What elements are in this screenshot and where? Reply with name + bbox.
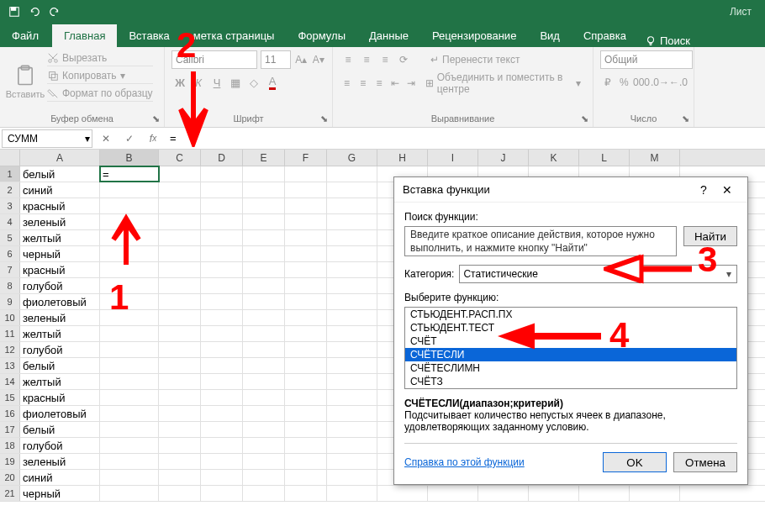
cell[interactable]: фиолетовый: [20, 294, 100, 309]
cell[interactable]: [327, 358, 377, 373]
cell[interactable]: [201, 374, 243, 389]
cell[interactable]: белый: [20, 422, 100, 437]
row-header[interactable]: 9: [0, 294, 20, 309]
cell[interactable]: [159, 166, 201, 182]
find-button[interactable]: Найти: [683, 226, 737, 246]
grow-font-icon[interactable]: A▴: [294, 50, 309, 69]
row-header[interactable]: 4: [0, 214, 20, 229]
cell[interactable]: [100, 182, 159, 198]
cell[interactable]: [159, 310, 201, 325]
column-header-I[interactable]: I: [428, 150, 478, 166]
row-header[interactable]: 14: [0, 374, 20, 389]
cell[interactable]: [243, 182, 285, 198]
row-header[interactable]: 2: [0, 182, 20, 198]
cell[interactable]: [100, 374, 159, 389]
tab-file[interactable]: Файл: [5, 24, 52, 47]
cell[interactable]: [285, 230, 327, 245]
cell[interactable]: [243, 166, 285, 182]
align-bottom-icon[interactable]: ≡: [377, 51, 393, 68]
row-header[interactable]: 18: [0, 438, 20, 453]
cell[interactable]: [159, 342, 201, 357]
row-header[interactable]: 8: [0, 278, 20, 293]
select-all-corner[interactable]: [0, 150, 20, 166]
function-list-item[interactable]: СЧЁТЕСЛИМН: [405, 361, 736, 375]
accounting-format-icon[interactable]: ₽: [600, 74, 615, 91]
cell[interactable]: [100, 406, 159, 421]
cell[interactable]: [243, 246, 285, 261]
cell[interactable]: =: [100, 166, 159, 182]
cell[interactable]: [377, 486, 428, 501]
cell[interactable]: [201, 486, 243, 501]
cell[interactable]: [159, 214, 201, 229]
dialog-title-bar[interactable]: Вставка функции ? ✕: [394, 177, 747, 203]
cancel-formula-icon[interactable]: ✕: [94, 129, 118, 148]
increase-indent-icon[interactable]: ⇥: [404, 75, 419, 92]
cell[interactable]: [243, 278, 285, 293]
cell[interactable]: [327, 198, 377, 213]
cell[interactable]: [201, 198, 243, 213]
cell[interactable]: [579, 486, 630, 501]
align-top-icon[interactable]: ≡: [340, 51, 356, 68]
cell[interactable]: [285, 342, 327, 357]
row-header[interactable]: 19: [0, 454, 20, 469]
cell[interactable]: [243, 214, 285, 229]
cell[interactable]: [159, 438, 201, 453]
row-header[interactable]: 17: [0, 422, 20, 437]
name-box[interactable]: СУММ▾: [2, 129, 92, 148]
tab-formulas[interactable]: Формулы: [286, 24, 357, 47]
column-header-E[interactable]: E: [243, 150, 285, 166]
cell[interactable]: [285, 390, 327, 405]
redo-icon[interactable]: [45, 3, 64, 21]
column-header-K[interactable]: K: [529, 150, 579, 166]
orientation-icon[interactable]: ⟳: [395, 51, 412, 68]
cell[interactable]: [243, 486, 285, 501]
row-header[interactable]: 12: [0, 342, 20, 357]
cell[interactable]: [100, 278, 159, 293]
column-header-F[interactable]: F: [285, 150, 327, 166]
cell[interactable]: белый: [20, 358, 100, 373]
cell[interactable]: желтый: [20, 326, 100, 341]
function-list[interactable]: СТЬЮДЕНТ.РАСП.ПХСТЬЮДЕНТ.ТЕСТСЧЁТСЧЁТЕСЛ…: [404, 307, 737, 389]
cell[interactable]: [159, 198, 201, 213]
cell[interactable]: [285, 454, 327, 469]
fill-color-button[interactable]: ◇: [245, 74, 262, 91]
cell[interactable]: [327, 310, 377, 325]
cell[interactable]: [201, 422, 243, 437]
cell[interactable]: [243, 438, 285, 453]
cell[interactable]: [201, 406, 243, 421]
cell[interactable]: [285, 262, 327, 277]
column-header-A[interactable]: A: [20, 150, 100, 166]
column-header-B[interactable]: B: [100, 150, 159, 166]
cell[interactable]: [243, 422, 285, 437]
column-header-D[interactable]: D: [201, 150, 243, 166]
function-list-item[interactable]: СЧЁТ: [405, 334, 736, 348]
tell-me-search[interactable]: Поиск: [645, 34, 690, 47]
border-button[interactable]: ▦: [227, 74, 244, 91]
cell[interactable]: [243, 470, 285, 485]
function-list-item[interactable]: СТЬЮДЕНТ.ТЕСТ: [405, 321, 736, 334]
chevron-down-icon[interactable]: ▾: [85, 133, 90, 145]
function-list-item[interactable]: СЧЁТЕСЛИ: [405, 348, 736, 361]
copy-button[interactable]: Копировать ▾: [47, 68, 153, 84]
cell[interactable]: красный: [20, 262, 100, 277]
column-header-C[interactable]: C: [159, 150, 201, 166]
tab-page-layout[interactable]: метка страницы: [182, 24, 287, 47]
cell[interactable]: [478, 486, 529, 501]
insert-function-icon[interactable]: fx: [141, 129, 165, 148]
cell[interactable]: [159, 406, 201, 421]
cell[interactable]: [285, 214, 327, 229]
cell[interactable]: [285, 470, 327, 485]
comma-format-icon[interactable]: 000: [633, 74, 650, 91]
cell[interactable]: желтый: [20, 230, 100, 245]
cell[interactable]: [159, 326, 201, 341]
row-header[interactable]: 13: [0, 358, 20, 373]
cell[interactable]: [327, 326, 377, 341]
bold-button[interactable]: Ж: [171, 74, 188, 91]
cell[interactable]: [100, 310, 159, 325]
cell[interactable]: [100, 486, 159, 501]
cell[interactable]: черный: [20, 486, 100, 501]
font-name-combo[interactable]: Calibri: [171, 50, 257, 69]
cell[interactable]: [159, 454, 201, 469]
cell[interactable]: [100, 262, 159, 277]
cell[interactable]: [285, 358, 327, 373]
